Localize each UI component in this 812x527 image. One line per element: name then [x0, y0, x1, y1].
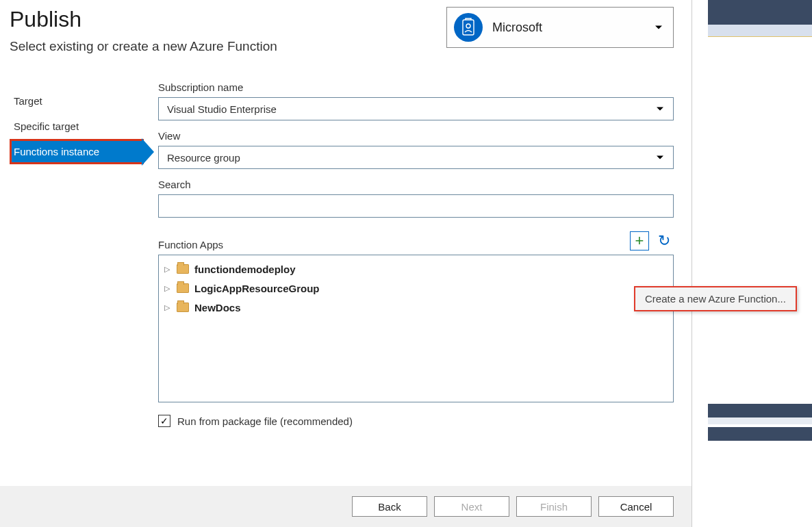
- page-title: Publish: [10, 7, 277, 32]
- run-from-package-checkbox[interactable]: ✓: [158, 415, 170, 427]
- finish-button: Finish: [516, 496, 592, 517]
- step-target[interactable]: Target: [10, 88, 150, 114]
- folder-icon: [177, 264, 189, 274]
- right-panel-section-header: [708, 404, 812, 417]
- account-name-label: Microsoft: [492, 21, 542, 35]
- function-apps-actions: + ↻: [630, 231, 674, 250]
- function-apps-header-row: Function Apps + ↻: [158, 231, 674, 250]
- refresh-button[interactable]: ↻: [655, 231, 674, 250]
- right-panel: [692, 0, 812, 527]
- tree-item[interactable]: ▷ NewDocs: [164, 298, 668, 317]
- search-label: Search: [158, 179, 674, 190]
- search-input[interactable]: [158, 194, 674, 218]
- header-row: Publish Select existing or create a new …: [10, 7, 692, 54]
- tree-item-label: functiondemodeploy: [194, 264, 296, 275]
- view-value: Resource group: [167, 152, 240, 164]
- subscription-value: Visual Studio Enterprise: [167, 103, 277, 115]
- account-badge-icon: [454, 13, 483, 42]
- tree-item[interactable]: ▷ functiondemodeploy: [164, 259, 668, 279]
- dialog-footer: Back Next Finish Cancel: [0, 486, 692, 527]
- right-panel-header: [708, 0, 812, 25]
- tree-item[interactable]: ▷ LogicAppResourceGroup: [164, 279, 668, 298]
- function-apps-tree[interactable]: ▷ functiondemodeploy ▷ LogicAppResourceG…: [158, 255, 674, 402]
- subscription-dropdown[interactable]: Visual Studio Enterprise: [158, 97, 674, 120]
- dialog-body: Target Specific target Functions instanc…: [10, 81, 692, 527]
- publish-dialog: Publish Select existing or create a new …: [0, 0, 692, 527]
- step-functions-instance[interactable]: Functions instance: [10, 139, 144, 164]
- cancel-button[interactable]: Cancel: [598, 496, 674, 517]
- run-from-package-row[interactable]: ✓ Run from package file (recommended): [158, 415, 674, 427]
- create-new-button[interactable]: +: [630, 231, 649, 250]
- tree-item-label: LogicAppResourceGroup: [194, 283, 320, 294]
- right-panel-section-header-2: [708, 427, 812, 441]
- run-from-package-label: Run from package file (recommended): [177, 415, 353, 427]
- account-selector[interactable]: Microsoft: [446, 7, 674, 48]
- folder-icon: [177, 283, 189, 293]
- back-button[interactable]: Back: [352, 496, 427, 517]
- tree-item-label: NewDocs: [194, 302, 241, 313]
- expand-icon[interactable]: ▷: [164, 284, 171, 293]
- checkmark-icon: ✓: [160, 415, 168, 426]
- view-dropdown[interactable]: Resource group: [158, 146, 674, 169]
- view-label: View: [158, 130, 674, 142]
- header-text-block: Publish Select existing or create a new …: [10, 7, 277, 54]
- plus-icon: +: [635, 233, 644, 248]
- page-subtitle: Select existing or create a new Azure Fu…: [10, 39, 277, 54]
- expand-icon[interactable]: ▷: [164, 303, 171, 312]
- view-field: View Resource group: [158, 130, 674, 169]
- function-apps-label: Function Apps: [158, 239, 223, 250]
- chevron-down-icon: [655, 26, 662, 29]
- next-button: Next: [434, 496, 509, 517]
- search-field: Search: [158, 179, 674, 218]
- folder-icon: [177, 303, 189, 312]
- svg-rect-0: [463, 20, 474, 35]
- right-panel-gap: [708, 417, 812, 424]
- svg-point-1: [466, 24, 470, 28]
- steps-sidebar: Target Specific target Functions instanc…: [10, 81, 150, 527]
- form-area: Subscription name Visual Studio Enterpri…: [150, 81, 692, 527]
- subscription-field: Subscription name Visual Studio Enterpri…: [158, 81, 674, 120]
- subscription-label: Subscription name: [158, 81, 674, 93]
- expand-icon[interactable]: ▷: [164, 265, 171, 274]
- step-specific-target[interactable]: Specific target: [10, 114, 150, 139]
- right-panel-strip: [708, 25, 812, 37]
- create-new-tooltip: Create a new Azure Function...: [634, 286, 797, 311]
- refresh-icon: ↻: [658, 232, 670, 250]
